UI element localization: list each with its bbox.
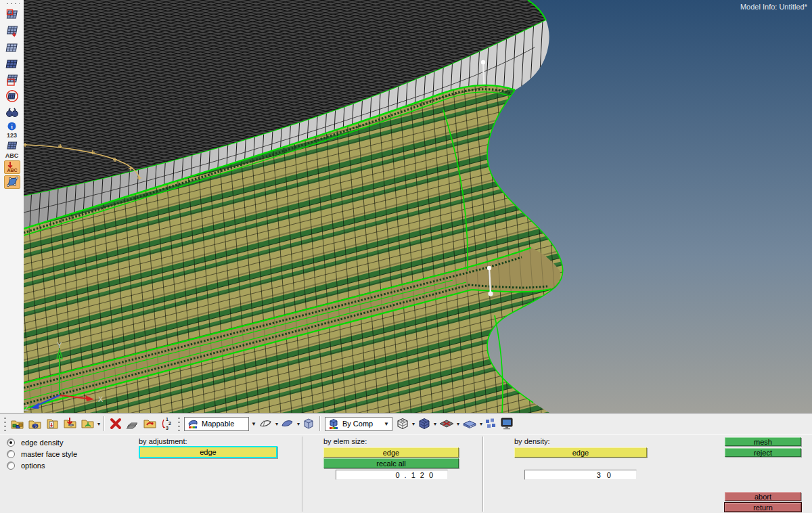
dropdown-caret[interactable]: ▾: [457, 421, 459, 427]
element-representation-button[interactable]: [438, 417, 455, 430]
density-input[interactable]: [524, 470, 637, 480]
radio-options[interactable]: options: [7, 462, 45, 470]
mesh-boxed-icon[interactable]: [4, 72, 20, 87]
dropdown-caret[interactable]: ▾: [297, 421, 300, 427]
toolbar-drag-handle[interactable]: [177, 416, 181, 431]
arrow-abc-icon[interactable]: ABC: [4, 160, 20, 174]
recalc-all-button[interactable]: recalc all: [323, 458, 459, 468]
radio-label: options: [21, 462, 45, 470]
by-density-label: by density:: [514, 437, 550, 445]
return-button[interactable]: return: [725, 503, 801, 512]
bycomp-combo-label: By Comp: [342, 420, 373, 428]
by-elem-size-edge-button[interactable]: edge: [323, 447, 459, 458]
radio-dot[interactable]: [7, 462, 15, 470]
axis-label-y: Y: [57, 341, 62, 349]
panel-separator: [482, 437, 484, 512]
mesh-button[interactable]: mesh: [725, 437, 801, 446]
radio-dot[interactable]: [7, 450, 15, 458]
renumber-button[interactable]: 123: [160, 416, 175, 432]
bottom-toolbar: ▾ 123 Mappable ▼ ▾ ▾: [0, 413, 812, 434]
import-solver-deck-button[interactable]: [62, 416, 78, 432]
mesh-solid-icon[interactable]: [4, 56, 20, 71]
svg-text:3: 3: [166, 426, 168, 430]
renumber-sheet-icon[interactable]: [4, 140, 20, 151]
import-model-button[interactable]: [9, 416, 26, 432]
multi-window-button[interactable]: [484, 417, 497, 430]
axis-label-x: X: [98, 395, 104, 403]
by-adjustment-label: by adjustment:: [139, 437, 187, 445]
reject-button[interactable]: reject: [725, 448, 801, 457]
open-model-button[interactable]: [27, 416, 43, 432]
dropdown-caret[interactable]: ▼: [251, 421, 256, 427]
hypermesh-window: Y X Z Model Info: Untitled*: [0, 0, 812, 513]
mask-panel-icon[interactable]: [4, 7, 20, 22]
elem-size-input[interactable]: [336, 470, 448, 480]
shaded-elements-button[interactable]: [416, 416, 432, 432]
bycomp-combo[interactable]: By Comp ▼: [325, 417, 392, 431]
export-model-button[interactable]: [45, 416, 61, 432]
radio-dot[interactable]: [7, 439, 15, 447]
mesh-arrow-icon[interactable]: [4, 24, 20, 39]
radio-master-face-style[interactable]: master face style: [7, 450, 77, 458]
panel-separator: [302, 437, 303, 512]
toolbar-drag-handle[interactable]: [3, 416, 7, 431]
by-elem-size-label: by elem size:: [323, 437, 367, 445]
axis-label-z: Z: [24, 404, 29, 412]
abort-button[interactable]: abort: [725, 492, 801, 501]
toolbar-separator: [104, 416, 105, 431]
wireframe-geometry-button[interactable]: [258, 416, 274, 431]
delete-button[interactable]: [108, 416, 123, 431]
toolbar-separator: [319, 416, 321, 431]
organize-button[interactable]: [142, 416, 158, 432]
bycomp-icon: [328, 418, 340, 430]
letters-label[interactable]: ABC: [5, 152, 19, 160]
info-icon[interactable]: i: [4, 121, 20, 131]
numbers-label[interactable]: 123: [7, 131, 17, 139]
left-toolbar: i 123 ABC ABC: [0, 0, 24, 413]
toolbar-drag-handle[interactable]: [5, 1, 20, 5]
radio-label: master face style: [21, 450, 77, 458]
dropdown-caret[interactable]: ▾: [434, 421, 436, 427]
svg-text:ABC: ABC: [7, 168, 17, 173]
card-edit-button[interactable]: [125, 416, 141, 431]
mesh-sheet-icon[interactable]: [4, 40, 20, 55]
svg-text:2: 2: [168, 421, 171, 426]
dropdown-caret[interactable]: ▾: [275, 421, 278, 427]
binoculars-icon[interactable]: [4, 105, 20, 120]
radio-edge-density[interactable]: edge density: [7, 439, 63, 447]
solid-geometry-button[interactable]: [301, 416, 316, 431]
dropdown-caret[interactable]: ▾: [97, 421, 100, 427]
mappable-combo-label: Mappable: [202, 420, 234, 428]
dropdown-caret[interactable]: ▼: [384, 421, 389, 427]
dropdown-caret[interactable]: ▾: [412, 421, 415, 427]
load-user-profile-button[interactable]: [80, 416, 96, 432]
mappable-icon: [187, 418, 199, 430]
mesh-circled-icon[interactable]: [4, 89, 20, 104]
wireframe-elements-button[interactable]: [394, 416, 411, 432]
model-info-text: Model Info: Untitled*: [740, 3, 808, 11]
performance-graphics-button[interactable]: [499, 416, 515, 431]
mappable-combo[interactable]: Mappable: [184, 417, 249, 431]
shrink-elements-button[interactable]: [461, 417, 478, 430]
radio-label: edge density: [21, 439, 63, 447]
plane-icon[interactable]: [4, 175, 20, 189]
by-density-edge-button[interactable]: edge: [514, 447, 647, 458]
dropdown-caret[interactable]: ▾: [480, 421, 482, 427]
shaded-geometry-button[interactable]: [279, 416, 296, 431]
by-adjustment-edge-button[interactable]: edge: [139, 446, 277, 458]
viewport-3d[interactable]: Y X Z Model Info: Untitled*: [24, 0, 812, 413]
edge-density-panel: edge density master face style options b…: [0, 434, 812, 513]
